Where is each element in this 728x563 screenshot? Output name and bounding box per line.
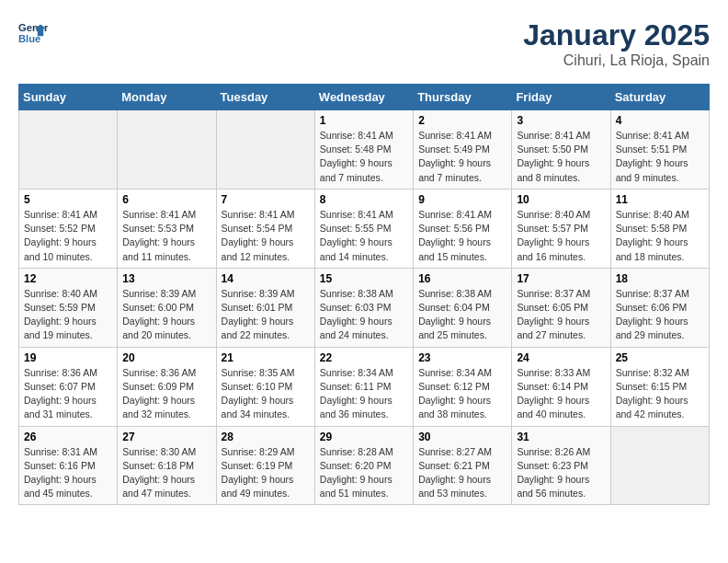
day-info: Sunrise: 8:35 AM Sunset: 6:10 PM Dayligh… bbox=[222, 366, 310, 422]
calendar-table: SundayMondayTuesdayWednesdayThursdayFrid… bbox=[18, 84, 710, 505]
calendar-cell bbox=[118, 110, 216, 190]
day-number: 27 bbox=[122, 431, 210, 443]
day-number: 10 bbox=[517, 193, 605, 206]
calendar-cell: 30Sunrise: 8:27 AM Sunset: 6:21 PM Dayli… bbox=[414, 426, 512, 505]
day-info: Sunrise: 8:41 AM Sunset: 5:49 PM Dayligh… bbox=[418, 129, 506, 185]
days-header-row: SundayMondayTuesdayWednesdayThursdayFrid… bbox=[19, 85, 710, 110]
calendar-cell: 23Sunrise: 8:34 AM Sunset: 6:12 PM Dayli… bbox=[414, 347, 512, 426]
calendar-cell: 9Sunrise: 8:41 AM Sunset: 5:56 PM Daylig… bbox=[414, 189, 512, 268]
week-row-1: 1Sunrise: 8:41 AM Sunset: 5:48 PM Daylig… bbox=[19, 110, 710, 190]
calendar-cell: 10Sunrise: 8:40 AM Sunset: 5:57 PM Dayli… bbox=[512, 189, 610, 268]
calendar-cell: 1Sunrise: 8:41 AM Sunset: 5:48 PM Daylig… bbox=[314, 110, 413, 190]
day-info: Sunrise: 8:40 AM Sunset: 5:59 PM Dayligh… bbox=[24, 287, 112, 343]
calendar-cell bbox=[610, 426, 709, 505]
week-row-2: 5Sunrise: 8:41 AM Sunset: 5:52 PM Daylig… bbox=[19, 189, 710, 268]
calendar-cell: 18Sunrise: 8:37 AM Sunset: 6:06 PM Dayli… bbox=[610, 268, 709, 347]
calendar-cell: 4Sunrise: 8:41 AM Sunset: 5:51 PM Daylig… bbox=[610, 110, 709, 190]
day-info: Sunrise: 8:32 AM Sunset: 6:15 PM Dayligh… bbox=[616, 366, 704, 422]
day-number: 26 bbox=[24, 431, 112, 443]
day-number: 23 bbox=[418, 351, 506, 364]
svg-text:Blue: Blue bbox=[18, 33, 40, 44]
day-number: 31 bbox=[517, 431, 605, 443]
calendar-cell: 16Sunrise: 8:38 AM Sunset: 6:04 PM Dayli… bbox=[414, 268, 512, 347]
calendar-cell: 21Sunrise: 8:35 AM Sunset: 6:10 PM Dayli… bbox=[216, 347, 314, 426]
day-header-sunday: Sunday bbox=[19, 85, 118, 110]
day-header-friday: Friday bbox=[512, 85, 610, 110]
day-number: 9 bbox=[418, 193, 506, 206]
day-info: Sunrise: 8:41 AM Sunset: 5:48 PM Dayligh… bbox=[320, 129, 408, 185]
day-number: 22 bbox=[320, 351, 408, 364]
day-number: 17 bbox=[517, 272, 605, 285]
day-info: Sunrise: 8:40 AM Sunset: 5:58 PM Dayligh… bbox=[616, 208, 704, 264]
calendar-cell bbox=[216, 110, 314, 190]
day-info: Sunrise: 8:41 AM Sunset: 5:54 PM Dayligh… bbox=[222, 208, 310, 264]
week-row-4: 19Sunrise: 8:36 AM Sunset: 6:07 PM Dayli… bbox=[19, 347, 710, 426]
day-number: 14 bbox=[222, 272, 310, 285]
calendar-cell: 13Sunrise: 8:39 AM Sunset: 6:00 PM Dayli… bbox=[118, 268, 216, 347]
calendar-cell: 22Sunrise: 8:34 AM Sunset: 6:11 PM Dayli… bbox=[314, 347, 413, 426]
calendar-cell: 24Sunrise: 8:33 AM Sunset: 6:14 PM Dayli… bbox=[512, 347, 610, 426]
calendar-cell: 19Sunrise: 8:36 AM Sunset: 6:07 PM Dayli… bbox=[19, 347, 118, 426]
day-number: 28 bbox=[222, 431, 310, 443]
day-number: 18 bbox=[616, 272, 704, 285]
day-number: 30 bbox=[418, 431, 506, 443]
calendar-cell: 12Sunrise: 8:40 AM Sunset: 5:59 PM Dayli… bbox=[19, 268, 118, 347]
day-header-tuesday: Tuesday bbox=[216, 85, 314, 110]
day-info: Sunrise: 8:34 AM Sunset: 6:12 PM Dayligh… bbox=[418, 366, 506, 422]
day-info: Sunrise: 8:41 AM Sunset: 5:52 PM Dayligh… bbox=[24, 208, 112, 264]
calendar-subtitle: Cihuri, La Rioja, Spain bbox=[523, 52, 710, 69]
day-number: 1 bbox=[320, 114, 408, 127]
day-info: Sunrise: 8:34 AM Sunset: 6:11 PM Dayligh… bbox=[320, 366, 408, 422]
day-number: 2 bbox=[418, 114, 506, 127]
day-info: Sunrise: 8:41 AM Sunset: 5:56 PM Dayligh… bbox=[418, 208, 506, 264]
calendar-cell: 15Sunrise: 8:38 AM Sunset: 6:03 PM Dayli… bbox=[314, 268, 413, 347]
calendar-cell: 29Sunrise: 8:28 AM Sunset: 6:20 PM Dayli… bbox=[314, 426, 413, 505]
day-header-monday: Monday bbox=[118, 85, 216, 110]
calendar-cell: 27Sunrise: 8:30 AM Sunset: 6:18 PM Dayli… bbox=[118, 426, 216, 505]
calendar-cell: 5Sunrise: 8:41 AM Sunset: 5:52 PM Daylig… bbox=[19, 189, 118, 268]
day-info: Sunrise: 8:36 AM Sunset: 6:07 PM Dayligh… bbox=[24, 366, 112, 422]
day-info: Sunrise: 8:41 AM Sunset: 5:53 PM Dayligh… bbox=[122, 208, 210, 264]
day-info: Sunrise: 8:29 AM Sunset: 6:19 PM Dayligh… bbox=[222, 445, 310, 501]
calendar-cell: 7Sunrise: 8:41 AM Sunset: 5:54 PM Daylig… bbox=[216, 189, 314, 268]
day-header-thursday: Thursday bbox=[414, 85, 512, 110]
day-header-wednesday: Wednesday bbox=[314, 85, 413, 110]
calendar-cell: 31Sunrise: 8:26 AM Sunset: 6:23 PM Dayli… bbox=[512, 426, 610, 505]
day-number: 13 bbox=[122, 272, 210, 285]
calendar-cell: 14Sunrise: 8:39 AM Sunset: 6:01 PM Dayli… bbox=[216, 268, 314, 347]
day-number: 16 bbox=[418, 272, 506, 285]
day-info: Sunrise: 8:27 AM Sunset: 6:21 PM Dayligh… bbox=[418, 445, 506, 501]
calendar-cell: 28Sunrise: 8:29 AM Sunset: 6:19 PM Dayli… bbox=[216, 426, 314, 505]
week-row-3: 12Sunrise: 8:40 AM Sunset: 5:59 PM Dayli… bbox=[19, 268, 710, 347]
day-number: 6 bbox=[122, 193, 210, 206]
day-info: Sunrise: 8:40 AM Sunset: 5:57 PM Dayligh… bbox=[517, 208, 605, 264]
calendar-title: January 2025 bbox=[523, 18, 710, 52]
day-number: 29 bbox=[320, 431, 408, 443]
day-info: Sunrise: 8:37 AM Sunset: 6:06 PM Dayligh… bbox=[616, 287, 704, 343]
day-info: Sunrise: 8:37 AM Sunset: 6:05 PM Dayligh… bbox=[517, 287, 605, 343]
day-number: 19 bbox=[24, 351, 112, 364]
day-info: Sunrise: 8:36 AM Sunset: 6:09 PM Dayligh… bbox=[122, 366, 210, 422]
day-header-saturday: Saturday bbox=[610, 85, 709, 110]
day-number: 25 bbox=[616, 351, 704, 364]
calendar-cell: 6Sunrise: 8:41 AM Sunset: 5:53 PM Daylig… bbox=[118, 189, 216, 268]
calendar-cell: 26Sunrise: 8:31 AM Sunset: 6:16 PM Dayli… bbox=[19, 426, 118, 505]
day-number: 3 bbox=[517, 114, 605, 127]
day-number: 11 bbox=[616, 193, 704, 206]
day-info: Sunrise: 8:38 AM Sunset: 6:03 PM Dayligh… bbox=[320, 287, 408, 343]
day-number: 20 bbox=[122, 351, 210, 364]
day-info: Sunrise: 8:33 AM Sunset: 6:14 PM Dayligh… bbox=[517, 366, 605, 422]
calendar-cell: 17Sunrise: 8:37 AM Sunset: 6:05 PM Dayli… bbox=[512, 268, 610, 347]
day-number: 5 bbox=[24, 193, 112, 206]
day-info: Sunrise: 8:41 AM Sunset: 5:51 PM Dayligh… bbox=[616, 129, 704, 185]
calendar-cell bbox=[19, 110, 118, 190]
day-info: Sunrise: 8:41 AM Sunset: 5:55 PM Dayligh… bbox=[320, 208, 408, 264]
calendar-cell: 3Sunrise: 8:41 AM Sunset: 5:50 PM Daylig… bbox=[512, 110, 610, 190]
day-number: 21 bbox=[222, 351, 310, 364]
page-header: General Blue January 2025 Cihuri, La Rio… bbox=[18, 18, 710, 69]
day-number: 24 bbox=[517, 351, 605, 364]
day-info: Sunrise: 8:28 AM Sunset: 6:20 PM Dayligh… bbox=[320, 445, 408, 501]
day-info: Sunrise: 8:38 AM Sunset: 6:04 PM Dayligh… bbox=[418, 287, 506, 343]
week-row-5: 26Sunrise: 8:31 AM Sunset: 6:16 PM Dayli… bbox=[19, 426, 710, 505]
calendar-cell: 2Sunrise: 8:41 AM Sunset: 5:49 PM Daylig… bbox=[414, 110, 512, 190]
